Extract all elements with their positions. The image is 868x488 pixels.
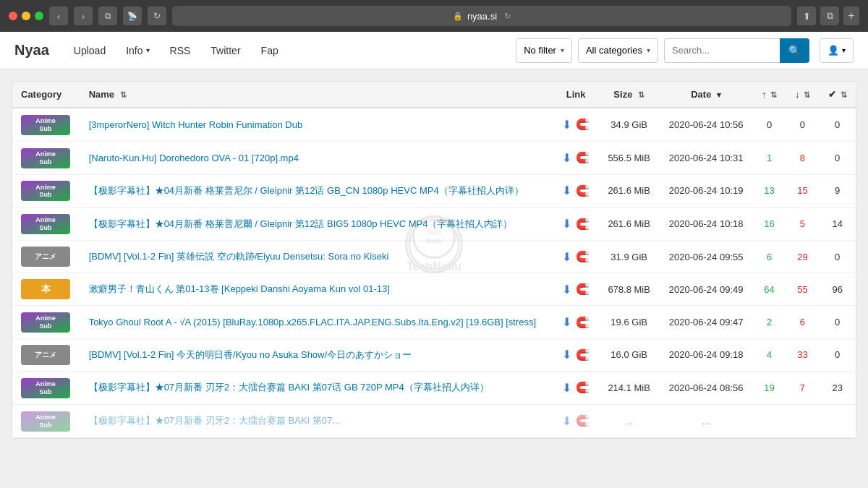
filter-dropdown[interactable]: No filter ▾ (516, 38, 572, 63)
col-size[interactable]: Size ⇅ (599, 82, 660, 108)
cell-leechers: 7 (786, 371, 820, 404)
rss-icon[interactable]: 📡 (123, 7, 142, 25)
tab-view-button[interactable]: ⧉ (98, 7, 117, 25)
completed-sort-icon: ⇅ (841, 90, 847, 99)
category-badge[interactable]: AnimeSub (21, 214, 70, 234)
col-seeders-label: ↑ (762, 89, 767, 100)
nav-info-button[interactable]: Info ▾ (116, 32, 159, 69)
magnet-icon[interactable]: 🧲 (576, 414, 590, 427)
nav-twitter[interactable]: Twitter (200, 32, 250, 69)
cell-size: 214.1 MiB (599, 371, 660, 404)
download-icon[interactable]: ⬇ (562, 151, 571, 165)
category-dropdown[interactable]: All categories ▾ (578, 38, 658, 63)
reload-icon[interactable]: ↻ (148, 7, 166, 25)
seeders-sort-icon: ⇅ (770, 90, 777, 99)
cell-category: AnimeSub (12, 141, 80, 174)
close-button[interactable] (9, 12, 17, 20)
col-seeders[interactable]: ↑ ⇅ (753, 82, 786, 108)
new-tab-button[interactable]: + (843, 7, 859, 25)
category-badge[interactable]: AnimeSub (21, 148, 70, 168)
magnet-icon[interactable]: 🧲 (576, 218, 590, 231)
torrent-name-link[interactable]: [BDMV] [Vol.1-2 Fin] 英雄伝説 空の軌跡/Eiyuu Den… (89, 251, 389, 262)
cell-date: ... (660, 404, 753, 437)
download-icon[interactable]: ⬇ (562, 118, 571, 132)
category-badge[interactable]: アニメ (21, 345, 70, 365)
category-badge[interactable]: アニメ (21, 247, 70, 267)
magnet-icon[interactable]: 🧲 (576, 151, 590, 164)
torrent-name-link[interactable]: 【极影字幕社】★07月新番 刃牙2：大擂台赛篇 BAKI 第07话 GB 720… (89, 382, 489, 393)
magnet-icon[interactable]: 🧲 (576, 316, 590, 329)
cell-leechers: 29 (786, 241, 820, 273)
download-icon[interactable]: ⬇ (562, 348, 571, 361)
torrent-name-link[interactable]: 【极影字幕社】★07月新番 刃牙2：大擂台赛篇 BAKI 第07... (89, 415, 340, 426)
download-icon[interactable]: ⬇ (562, 250, 571, 264)
cell-completed (819, 404, 856, 437)
category-badge[interactable]: 本 (21, 279, 70, 299)
magnet-icon[interactable]: 🧲 (576, 118, 590, 131)
torrent-name-link[interactable]: [BDMV] [Vol.1-2 Fin] 今天的明日香/Kyou no Asuk… (89, 349, 412, 360)
magnet-icon[interactable]: 🧲 (576, 184, 590, 197)
size-sort-icon: ⇅ (638, 90, 644, 99)
col-leechers[interactable]: ↓ ⇅ (786, 82, 820, 108)
search-input[interactable] (664, 38, 780, 63)
filter-chevron-icon: ▾ (561, 46, 564, 54)
torrent-name-link[interactable]: [3mperorNero] Witch Hunter Robin Funimat… (89, 119, 303, 130)
torrent-name-link[interactable]: 【极影字幕社】★04月新番 格莱普尼爾 / Gleipnir 第12話 BIG5… (89, 218, 513, 229)
cell-seeders: 2 (753, 306, 786, 339)
col-completed[interactable]: ✔ ⇅ (819, 82, 856, 108)
table-row: AnimeSub[Naruto-Kun.Hu] Dorohedoro OVA -… (12, 141, 856, 174)
page-refresh-icon[interactable]: ↻ (504, 12, 511, 21)
download-icon[interactable]: ⬇ (562, 414, 571, 428)
back-button[interactable]: ‹ (49, 7, 68, 25)
col-date[interactable]: Date ▾ (660, 82, 753, 108)
cell-link: ⬇ 🧲 (553, 241, 599, 273)
search-button[interactable]: 🔍 (780, 38, 809, 63)
cell-seeders: 13 (753, 174, 786, 207)
download-icon[interactable]: ⬇ (562, 184, 571, 197)
torrent-name-link[interactable]: [Naruto-Kun.Hu] Dorohedoro OVA - 01 [720… (89, 153, 299, 163)
cell-seeders: 16 (753, 207, 786, 241)
user-icon: 👤 (827, 45, 839, 56)
browser-actions: ⬆ ⧉ + (797, 7, 859, 25)
cell-name: 【极影字幕社】★07月新番 刃牙2：大擂台赛篇 BAKI 第07话 GB 720… (80, 371, 553, 404)
cell-date: 2020-06-24 10:31 (660, 141, 753, 174)
url-display[interactable]: nyaa.si (467, 11, 497, 22)
download-icon[interactable]: ⬇ (562, 283, 571, 296)
user-menu-button[interactable]: 👤 ▾ (820, 38, 854, 63)
torrent-name-link[interactable]: 漱癖男子！青山くん 第01-13巻 [Keppeki Danshi Aoyama… (89, 283, 390, 294)
torrent-name-link[interactable]: Tokyo Ghoul Root A - √A (2015) [BluRay.1… (89, 317, 536, 328)
nav-fap[interactable]: Fap (251, 32, 289, 69)
forward-button[interactable]: › (74, 7, 93, 25)
col-name[interactable]: Name ⇅ (80, 82, 553, 108)
magnet-icon[interactable]: 🧲 (576, 283, 590, 296)
share-button[interactable]: ⬆ (797, 7, 816, 25)
torrent-name-link[interactable]: 【极影字幕社】★04月新番 格莱普尼尔 / Gleipnir 第12话 GB_C… (89, 185, 524, 196)
category-badge[interactable]: AnimeSub (21, 312, 70, 333)
cell-category: AnimeSub (12, 306, 80, 339)
nav-info-dropdown[interactable]: Info ▾ (116, 32, 159, 69)
sidebar-button[interactable]: ⧉ (820, 7, 839, 25)
cell-link: ⬇ 🧲 (553, 207, 599, 241)
nav-rss[interactable]: RSS (160, 32, 201, 69)
minimize-button[interactable] (22, 12, 30, 20)
cell-size: 16.0 GiB (599, 338, 660, 371)
download-icon[interactable]: ⬇ (562, 217, 571, 231)
magnet-icon[interactable]: 🧲 (576, 250, 590, 263)
category-badge[interactable]: AnimeSub (21, 411, 70, 432)
magnet-icon[interactable]: 🧲 (576, 348, 590, 361)
cell-leechers: 15 (786, 174, 820, 207)
category-badge[interactable]: AnimeSub (21, 181, 70, 201)
download-icon[interactable]: ⬇ (562, 381, 571, 395)
table-row: 本漱癖男子！青山くん 第01-13巻 [Keppeki Danshi Aoyam… (12, 273, 856, 306)
cell-date: 2020-06-24 09:18 (660, 338, 753, 371)
brand-logo[interactable]: Nyaa (14, 42, 49, 59)
col-leechers-label: ↓ (795, 89, 800, 100)
maximize-button[interactable] (35, 12, 43, 20)
download-icon[interactable]: ⬇ (562, 315, 571, 329)
magnet-icon[interactable]: 🧲 (576, 381, 590, 394)
category-badge[interactable]: AnimeSub (21, 378, 70, 398)
category-badge[interactable]: AnimeSub (21, 115, 70, 135)
site-nav: Nyaa Upload Info ▾ RSS Twitter Fap No fi… (0, 32, 868, 69)
nav-info-label: Info (126, 45, 142, 56)
nav-upload[interactable]: Upload (64, 32, 116, 69)
